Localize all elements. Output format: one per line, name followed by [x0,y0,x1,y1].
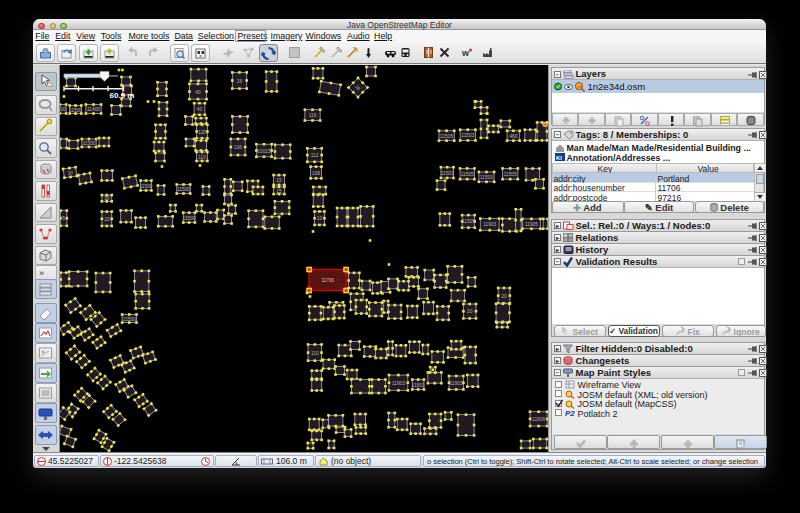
svg-text:11505: 11505 [462,219,475,224]
svg-text:11903: 11903 [412,382,425,387]
svg-text:11903: 11903 [483,222,496,227]
svg-text:15: 15 [276,178,282,183]
svg-text:112: 112 [311,153,319,158]
svg-text:11500: 11500 [69,107,82,112]
svg-text:00: 00 [60,107,66,112]
svg-text:11903: 11903 [392,380,405,385]
svg-text:11503: 11503 [461,133,474,138]
svg-text:116: 116 [309,113,317,118]
svg-text:26: 26 [237,78,243,83]
svg-text:11906: 11906 [532,416,545,421]
svg-text:108: 108 [312,170,320,175]
svg-text:460: 460 [509,133,517,138]
svg-text:20: 20 [501,293,507,298]
svg-text:30: 30 [67,170,73,176]
svg-text:10: 10 [317,216,323,221]
svg-text:20: 20 [467,309,473,314]
svg-text:11500: 11500 [123,316,136,321]
svg-text:10015: 10015 [257,148,271,153]
svg-text:60.9 m: 60.9 m [110,91,135,100]
svg-text:!: ! [426,49,428,55]
svg-text:P2: P2 [565,409,575,418]
svg-text:110: 110 [311,350,319,355]
svg-text:11905: 11905 [525,221,538,226]
svg-text:w: w [461,48,470,58]
svg-text:11500: 11500 [177,187,190,192]
svg-text:106: 106 [234,145,242,150]
svg-text:11400: 11400 [87,107,100,112]
svg-text:40: 40 [195,89,201,94]
svg-text:11903: 11903 [450,380,463,385]
svg-text:11505: 11505 [440,133,453,138]
svg-text:120: 120 [198,129,206,134]
svg-text:110: 110 [198,154,206,159]
svg-text:11500: 11500 [83,141,96,146]
svg-text:30: 30 [104,196,110,201]
svg-text:15: 15 [276,188,282,193]
svg-text:5: 5 [62,216,65,221]
svg-text:10: 10 [104,216,110,221]
svg-text:11500: 11500 [183,215,196,220]
svg-text:11505: 11505 [504,171,517,176]
svg-text:11706: 11706 [321,277,334,282]
svg-text:11503: 11503 [441,170,454,175]
svg-text:11505: 11505 [461,171,474,176]
svg-text:!: ! [430,49,432,55]
svg-text:KI: KI [556,155,562,161]
svg-text:40: 40 [197,107,203,112]
svg-text:11500: 11500 [140,183,153,188]
svg-text:11503: 11503 [480,174,493,179]
